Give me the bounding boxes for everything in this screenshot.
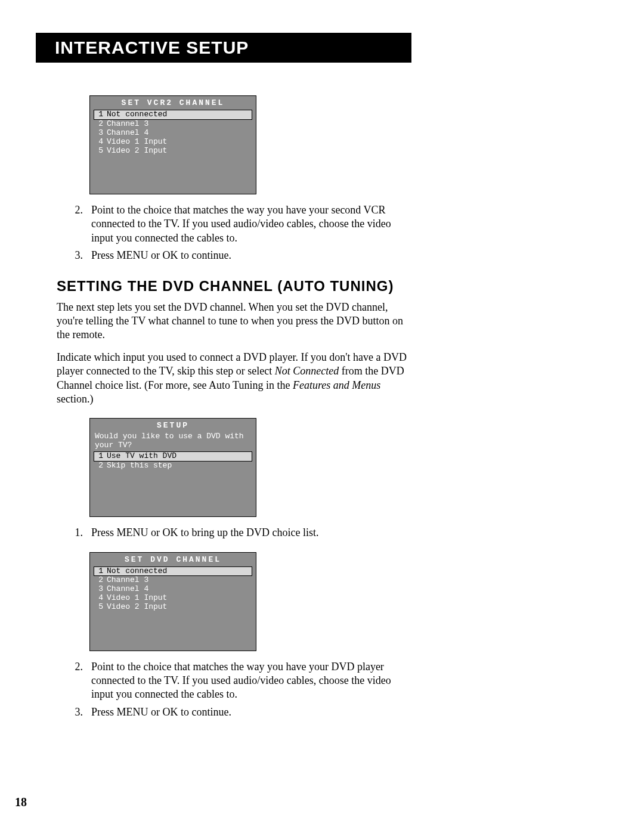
page: Interactive Setup SET VCR2 CHANNEL 1 Not… [0,0,644,833]
step-3: 3. Press MENU or OK to continue. [57,249,414,262]
osd-item-skip: 2 Skip this step [94,462,252,470]
step-2: 2. Point to the choice that matches the … [57,203,414,245]
osd-set-dvd-channel: SET DVD CHANNEL 1 Not connected 2 Channe… [89,552,256,651]
step-2: 2. Point to the choice that matches the … [57,660,414,702]
osd-setup: SETUP Would you like to use a DVD with y… [89,418,256,517]
osd-item-video1: 4 Video 1 Input [94,138,252,147]
page-title: Interactive Setup [55,38,249,58]
em-not-connected: Not Connected [275,365,339,377]
steps-vcr2: 2. Point to the choice that matches the … [57,203,414,263]
osd-item-channel-4: 3 Channel 4 [94,585,252,594]
para-dvd-indicate: Indicate which input you used to connect… [57,351,414,407]
osd-item-video2: 5 Video 2 Input [94,147,252,156]
osd-item-not-connected: 1 Not connected [94,110,252,120]
page-number: 18 [15,795,27,809]
osd-item-channel-3: 2 Channel 3 [94,576,252,585]
content: SET VCR2 CHANNEL 1 Not connected 2 Chann… [57,95,414,719]
header-bar: Interactive Setup [36,33,411,63]
osd-title: SET VCR2 CHANNEL [90,96,256,110]
osd-item-channel-4: 3 Channel 4 [94,129,252,138]
osd-item-channel-3: 2 Channel 3 [94,120,252,129]
para-dvd-intro: The next step lets you set the DVD chann… [57,301,414,342]
section-title-dvd: Setting the DVD Channel (Auto Tuning) [57,277,414,295]
osd-title: SETUP [90,419,256,432]
steps-dvd-1: 1. Press MENU or OK to bring up the DVD … [57,526,414,540]
osd-prompt: Would you like to use a DVD with your TV… [94,432,252,451]
osd-body: 1 Not connected 2 Channel 3 3 Channel 4 … [90,110,256,194]
osd-item-video2: 5 Video 2 Input [94,603,252,612]
osd-title: SET DVD CHANNEL [90,553,256,566]
osd-set-vcr2-channel: SET VCR2 CHANNEL 1 Not connected 2 Chann… [89,95,256,194]
step-1: 1. Press MENU or OK to bring up the DVD … [57,526,414,540]
osd-item-not-connected: 1 Not connected [94,566,252,577]
step-3: 3. Press MENU or OK to continue. [57,705,414,719]
osd-body: Would you like to use a DVD with your TV… [90,432,256,516]
osd-item-use-dvd: 1 Use TV with DVD [94,451,252,462]
osd-item-video1: 4 Video 1 Input [94,594,252,603]
steps-dvd-2: 2. Point to the choice that matches the … [57,660,414,720]
osd-body: 1 Not connected 2 Channel 3 3 Channel 4 … [90,566,256,651]
em-features-menus: Features and Menus [293,379,380,391]
